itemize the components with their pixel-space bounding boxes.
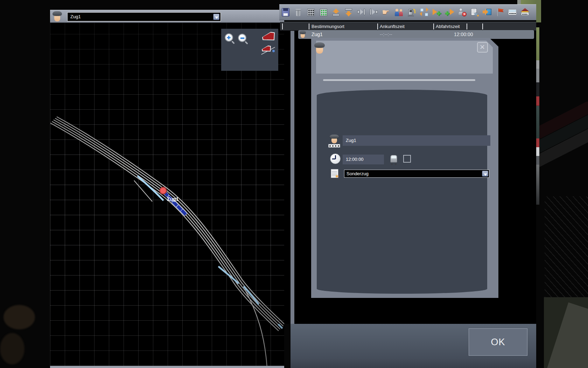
table-view-active-button[interactable] xyxy=(318,6,329,18)
signal-shape-large-button[interactable] xyxy=(262,32,275,40)
close-button[interactable] xyxy=(477,42,488,53)
flag-button[interactable] xyxy=(494,6,505,18)
schedule-table-header: Bestimmungsort Ankunftszeit Abfahrtszeit xyxy=(280,22,536,31)
table-view-button[interactable] xyxy=(305,6,316,18)
conductor-icon xyxy=(52,11,62,22)
train-icon xyxy=(390,155,397,164)
zoom-out-button[interactable] xyxy=(238,34,246,42)
schedule-left-border xyxy=(290,31,294,324)
train-selector[interactable]: Zug1 xyxy=(68,13,220,21)
row-train-name: Zug1 xyxy=(312,32,323,37)
train-properties-button[interactable] xyxy=(469,6,480,18)
hand-icon xyxy=(382,8,390,16)
row-arrival-time: --:--:-- xyxy=(380,32,392,37)
background-terrain-corner xyxy=(544,297,588,368)
col-ankunftszeit[interactable]: Ankunftszeit xyxy=(380,24,405,29)
move-down-button[interactable] xyxy=(343,6,354,18)
zoom-in-button[interactable] xyxy=(225,33,233,42)
col-bestimmungsort[interactable]: Bestimmungsort xyxy=(312,24,344,29)
move-up-button[interactable] xyxy=(330,6,342,18)
map-header: Zug1 xyxy=(50,10,284,23)
footer-bar: OK xyxy=(290,324,536,368)
conductor-icon xyxy=(330,135,339,144)
clock-icon xyxy=(330,154,341,164)
dialog-header-panel xyxy=(316,41,493,74)
train-selector-value: Zug1 xyxy=(70,14,81,19)
background-terrain-left xyxy=(0,291,50,368)
passengers-button[interactable] xyxy=(393,6,405,18)
main-toolbar xyxy=(279,4,536,20)
dialog-body-panel: Zug1 12:00:00 Sonderzug xyxy=(317,90,487,294)
background-rails xyxy=(545,196,588,312)
enter-train-button[interactable] xyxy=(482,6,493,18)
append-train-button[interactable] xyxy=(444,6,455,18)
shift-left-button[interactable] xyxy=(368,6,379,18)
save-button[interactable] xyxy=(280,6,291,18)
platform-button[interactable] xyxy=(507,6,518,18)
plus-icon xyxy=(227,35,231,40)
background-dim-train xyxy=(539,102,588,200)
row-departure-time: 12:00:00 xyxy=(454,32,473,37)
edit-dialog: Zug1 12:00:00 Sonderzug xyxy=(311,38,498,298)
remove-train-button[interactable] xyxy=(456,6,468,18)
insert-train-button[interactable] xyxy=(431,6,442,18)
chevron-down-icon[interactable] xyxy=(213,14,219,20)
center-view-button[interactable] xyxy=(419,6,430,18)
chevron-down-icon[interactable] xyxy=(482,171,488,177)
depot-button[interactable] xyxy=(519,6,531,18)
shift-right-button[interactable] xyxy=(356,6,367,18)
map-window: Zug1 xyxy=(50,10,284,368)
app-screen: Zug1 xyxy=(0,0,588,368)
train-option-checkbox[interactable] xyxy=(403,155,411,163)
refuel-button[interactable] xyxy=(406,6,417,18)
departure-time-field[interactable]: 12:00:00 xyxy=(343,155,384,164)
map-bottom-border xyxy=(50,366,284,368)
select-hand-button[interactable] xyxy=(381,6,392,18)
train-name-field[interactable]: Zug1 xyxy=(343,135,490,146)
document-icon xyxy=(331,169,340,179)
name-plate-icon xyxy=(328,144,340,148)
conductor-icon xyxy=(314,42,325,54)
ok-button[interactable]: OK xyxy=(469,328,527,356)
conductor-icon xyxy=(300,30,306,38)
map-toolbox xyxy=(221,29,278,71)
signal-shape-small-button[interactable] xyxy=(260,44,276,55)
map-canvas[interactable] xyxy=(50,23,284,366)
minus-icon xyxy=(240,38,244,39)
col-abfahrtszeit[interactable]: Abfahrtszeit xyxy=(436,24,460,29)
train-type-dropdown[interactable]: Sonderzug xyxy=(344,170,489,178)
dialog-divider xyxy=(323,79,475,81)
table-row[interactable] xyxy=(298,30,534,39)
close-icon xyxy=(479,44,485,50)
delete-button[interactable] xyxy=(293,6,304,18)
